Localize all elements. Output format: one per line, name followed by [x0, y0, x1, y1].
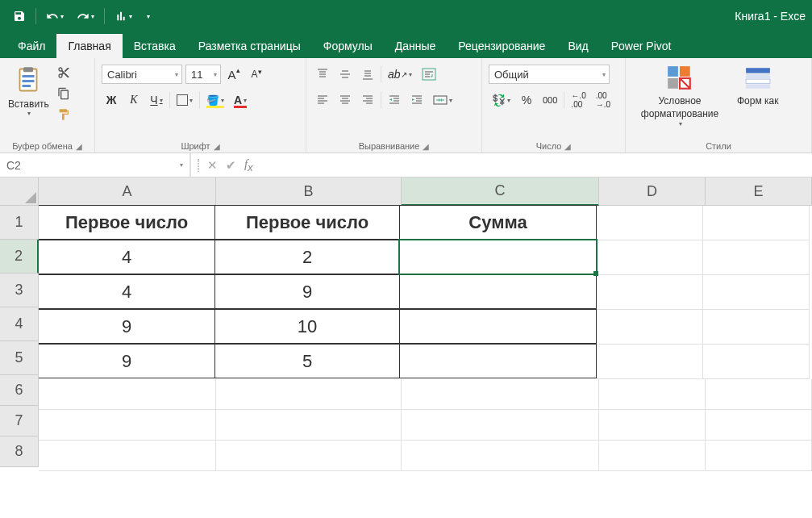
conditional-formatting-button[interactable]: Условное форматирование▾: [631, 61, 729, 132]
cell-B2[interactable]: 2: [214, 240, 400, 274]
number-format-combo[interactable]: Общий▾: [489, 65, 610, 84]
cut-button[interactable]: [56, 65, 72, 81]
tab-file[interactable]: Файл: [6, 34, 56, 58]
format-as-table-button[interactable]: Форм как: [732, 61, 784, 111]
align-top-button[interactable]: [313, 65, 332, 84]
merge-button[interactable]: ▾: [430, 90, 456, 110]
cell-E8[interactable]: [706, 441, 812, 471]
redo-button[interactable]: ▾: [70, 6, 101, 27]
undo-button[interactable]: ▾: [40, 6, 70, 27]
cell-E6[interactable]: [706, 379, 812, 410]
row-header[interactable]: 4: [0, 307, 39, 341]
increase-indent-button[interactable]: [407, 90, 427, 110]
row-header[interactable]: 7: [0, 406, 39, 437]
cell-B8[interactable]: [216, 441, 402, 471]
tab-home[interactable]: Главная: [56, 34, 122, 58]
dialog-launcher[interactable]: ◢: [564, 142, 571, 151]
align-center-button[interactable]: [335, 90, 355, 110]
cell-E7[interactable]: [706, 410, 812, 441]
name-box-input[interactable]: [6, 159, 183, 172]
dialog-launcher[interactable]: ◢: [423, 142, 429, 151]
tab-data[interactable]: Данные: [384, 34, 448, 58]
bold-button[interactable]: Ж: [102, 90, 121, 110]
column-header[interactable]: A: [39, 178, 216, 206]
cell-B3[interactable]: 9: [214, 274, 400, 309]
dialog-launcher[interactable]: ◢: [76, 142, 82, 151]
expand-button[interactable]: [198, 159, 199, 172]
formula-input[interactable]: [259, 159, 812, 172]
cell-B1[interactable]: Первое число: [214, 205, 400, 240]
tab-view[interactable]: Вид: [556, 34, 599, 58]
paste-button[interactable]: Вставить ▾: [5, 61, 52, 119]
underline-button[interactable]: Ч▾: [147, 90, 166, 110]
cell-B6[interactable]: [216, 379, 402, 410]
row-header[interactable]: 3: [0, 274, 39, 307]
borders-button[interactable]: ▾: [173, 90, 196, 110]
cell-C4[interactable]: [399, 309, 597, 344]
cell-A8[interactable]: [39, 441, 216, 471]
copy-button[interactable]: [56, 86, 72, 102]
cell-E3[interactable]: [703, 275, 810, 310]
cell-B4[interactable]: 10: [214, 309, 400, 344]
decrease-font-button[interactable]: A▾: [247, 65, 266, 84]
enter-button[interactable]: ✔: [226, 158, 236, 173]
cell-A2[interactable]: 4: [39, 240, 215, 274]
increase-decimal-button[interactable]: ←.0.00: [568, 90, 589, 110]
accounting-format-button[interactable]: 💱▾: [489, 90, 514, 110]
qat-customize[interactable]: ▾: [139, 9, 156, 24]
cell-E1[interactable]: [703, 206, 810, 240]
cell-D4[interactable]: [597, 310, 703, 345]
tab-insert[interactable]: Вставка: [123, 34, 187, 58]
fill-color-button[interactable]: 🪣▾: [203, 90, 227, 110]
cell-A3[interactable]: 4: [39, 274, 215, 309]
cell-E5[interactable]: [703, 345, 810, 379]
save-button[interactable]: [6, 6, 32, 27]
percent-button[interactable]: %: [517, 90, 536, 110]
cancel-button[interactable]: ✕: [207, 158, 218, 173]
column-header[interactable]: E: [706, 178, 812, 206]
decrease-indent-button[interactable]: [385, 90, 404, 110]
decrease-decimal-button[interactable]: .00→.0: [593, 90, 614, 110]
select-all-corner[interactable]: [0, 178, 39, 206]
cell-D2[interactable]: [597, 240, 703, 275]
format-painter-button[interactable]: [56, 107, 72, 123]
cell-D7[interactable]: [599, 410, 706, 441]
column-header[interactable]: B: [216, 178, 402, 206]
tab-review[interactable]: Рецензирование: [447, 34, 556, 58]
align-middle-button[interactable]: [335, 65, 355, 84]
row-header[interactable]: 5: [0, 341, 39, 375]
cell-A5[interactable]: 9: [39, 344, 215, 378]
italic-button[interactable]: К: [124, 90, 144, 110]
cell-C1[interactable]: Сумма: [399, 205, 597, 240]
dialog-launcher[interactable]: ◢: [214, 142, 220, 151]
column-header[interactable]: C: [402, 178, 599, 206]
row-header[interactable]: 8: [0, 437, 39, 467]
name-box[interactable]: ▾: [0, 153, 190, 177]
cell-C2[interactable]: [399, 240, 597, 274]
row-header[interactable]: 2: [0, 240, 39, 274]
row-header[interactable]: 1: [0, 206, 39, 240]
comma-style-button[interactable]: 000: [539, 90, 560, 110]
cell-C7[interactable]: [402, 410, 599, 441]
align-right-button[interactable]: [358, 90, 377, 110]
cell-A7[interactable]: [39, 410, 216, 441]
cell-D1[interactable]: [597, 206, 703, 240]
font-name-combo[interactable]: Calibri▾: [102, 65, 182, 84]
cell-C3[interactable]: [399, 274, 597, 309]
chart-button[interactable]: ▾: [108, 6, 139, 27]
row-header[interactable]: 6: [0, 375, 39, 406]
wrap-text-button[interactable]: [418, 65, 439, 84]
fx-button[interactable]: fx: [244, 157, 252, 173]
font-size-combo[interactable]: 11▾: [185, 65, 221, 84]
column-header[interactable]: D: [599, 178, 706, 206]
orientation-button[interactable]: ab↗▾: [385, 65, 415, 84]
cell-E2[interactable]: [703, 240, 810, 275]
tab-powerpivot[interactable]: Power Pivot: [600, 34, 683, 58]
cell-A6[interactable]: [39, 379, 216, 410]
cell-D3[interactable]: [597, 275, 703, 310]
cell-D5[interactable]: [597, 345, 703, 379]
cell-C8[interactable]: [402, 441, 599, 471]
cell-A4[interactable]: 9: [39, 309, 215, 344]
cell-C6[interactable]: [402, 379, 599, 410]
font-color-button[interactable]: A▾: [231, 90, 250, 110]
